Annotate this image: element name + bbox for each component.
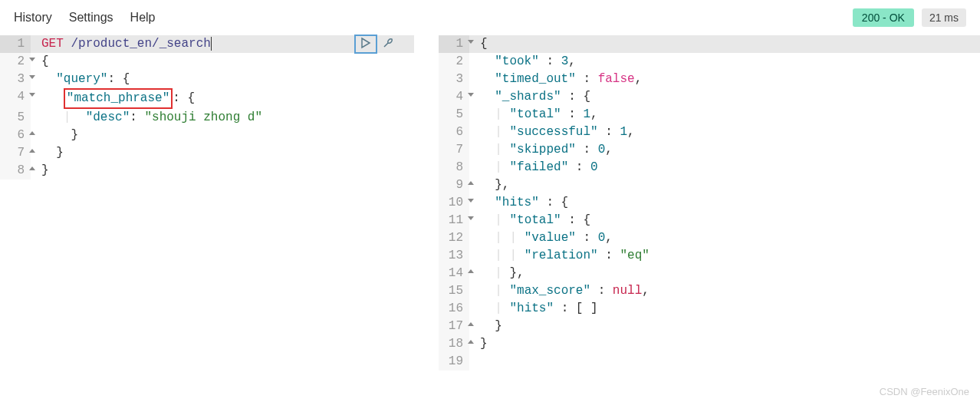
menu-help[interactable]: Help	[130, 11, 156, 25]
http-method: GET	[41, 37, 64, 51]
json-key: "match_phrase"	[67, 91, 169, 105]
json-key: "total"	[509, 213, 561, 227]
fold-icon[interactable]	[468, 93, 474, 97]
punct: : {	[173, 91, 195, 105]
status-area: 200 - OK 21 ms	[853, 8, 966, 27]
json-null: null	[613, 284, 642, 298]
time-badge: 21 ms	[922, 8, 966, 27]
json-key: "max_score"	[509, 284, 590, 298]
brace: }	[41, 163, 49, 177]
json-key: "value"	[525, 231, 576, 245]
response-line-10[interactable]: 10 "hits" : {	[439, 194, 980, 212]
json-key: "total"	[509, 107, 561, 121]
request-toolbar	[354, 35, 394, 53]
brace: }	[41, 146, 64, 160]
brace: {	[41, 54, 49, 68]
json-key: "skipped"	[509, 143, 575, 157]
request-line-1[interactable]: 1 GET /product_en/_search	[0, 35, 414, 53]
json-number: 1	[620, 125, 627, 139]
request-line-2[interactable]: 2 {	[0, 53, 414, 71]
request-editor-pane: 1 GET /product_en/_search 2 { 3 "query":…	[0, 35, 414, 402]
request-editor[interactable]: 1 GET /product_en/_search 2 { 3 "query":…	[0, 35, 414, 180]
fold-icon[interactable]	[29, 58, 35, 61]
json-number: 1	[583, 107, 590, 121]
json-key: "took"	[495, 54, 539, 68]
brace: }	[41, 128, 78, 142]
json-number: 0	[598, 143, 606, 157]
json-key: "hits"	[495, 196, 539, 209]
json-key: "failed"	[509, 160, 568, 174]
fold-icon[interactable]	[468, 40, 474, 44]
json-key: "query"	[56, 72, 107, 86]
response-editor[interactable]: 1{ 2 "took" : 3, 3 "timed_out" : false, …	[439, 35, 980, 371]
response-line-15[interactable]: 15 | "max_score" : null,	[439, 282, 980, 300]
svg-marker-0	[362, 38, 370, 48]
fold-icon[interactable]	[29, 149, 35, 153]
json-key: "timed_out"	[495, 72, 576, 86]
fold-icon[interactable]	[468, 322, 474, 326]
response-line-4[interactable]: 4 "_shards" : {	[439, 88, 980, 106]
json-key: "desc"	[86, 110, 130, 124]
json-array: [ ]	[576, 302, 598, 315]
json-string: "eq"	[620, 249, 649, 262]
punct: :	[130, 110, 144, 124]
response-line-6[interactable]: 6 | "successful" : 1,	[439, 124, 980, 141]
request-line-5[interactable]: 5 | "desc": "shouji zhong d"	[0, 109, 414, 127]
json-string: "shouji zhong d"	[144, 110, 262, 124]
request-line-7[interactable]: 7 }	[0, 144, 414, 162]
wrench-icon[interactable]	[382, 37, 394, 51]
json-number: 0	[590, 160, 598, 174]
highlighted-term: "match_phrase"	[64, 88, 173, 109]
response-line-18[interactable]: 18}	[439, 335, 980, 353]
response-line-1[interactable]: 1{	[439, 35, 980, 53]
fold-icon[interactable]	[29, 131, 35, 135]
watermark: CSDN @FeenixOne	[880, 386, 969, 397]
fold-icon[interactable]	[468, 269, 474, 273]
fold-icon[interactable]	[468, 216, 474, 220]
response-line-11[interactable]: 11 | "total" : {	[439, 212, 980, 229]
response-line-3[interactable]: 3 "timed_out" : false,	[439, 71, 980, 88]
response-line-7[interactable]: 7 | "skipped" : 0,	[439, 141, 980, 159]
request-line-6[interactable]: 6 }	[0, 127, 414, 144]
response-line-17[interactable]: 17 }	[439, 318, 980, 335]
request-line-8[interactable]: 8 }	[0, 162, 414, 180]
fold-icon[interactable]	[29, 93, 35, 97]
json-key: "relation"	[525, 249, 598, 262]
fold-icon[interactable]	[468, 340, 474, 344]
run-button[interactable]	[354, 35, 377, 54]
punct: : {	[107, 72, 130, 86]
response-line-5[interactable]: 5 | "total" : 1,	[439, 106, 980, 124]
response-line-12[interactable]: 12 | | "value" : 0,	[439, 229, 980, 247]
request-line-4[interactable]: 4 "match_phrase": {	[0, 88, 414, 109]
response-line-13[interactable]: 13 | | "relation" : "eq"	[439, 247, 980, 265]
brace: {	[480, 37, 488, 51]
request-line-3[interactable]: 3 "query": {	[0, 71, 414, 88]
response-line-2[interactable]: 2 "took" : 3,	[439, 53, 980, 71]
response-line-14[interactable]: 14 | },	[439, 265, 980, 282]
json-number: 0	[598, 231, 606, 245]
json-key: "hits"	[509, 302, 554, 315]
json-bool: false	[598, 72, 635, 86]
fold-icon[interactable]	[468, 199, 474, 203]
editors-container: 1 GET /product_en/_search 2 { 3 "query":…	[0, 35, 980, 402]
response-line-16[interactable]: 16 | "hits" : [ ]	[439, 300, 980, 318]
fold-icon[interactable]	[29, 75, 35, 79]
menu-settings[interactable]: Settings	[69, 11, 113, 25]
play-icon	[360, 37, 372, 51]
response-line-19[interactable]: 19	[439, 353, 980, 371]
response-line-9[interactable]: 9 },	[439, 176, 980, 194]
menu-history[interactable]: History	[14, 11, 52, 25]
status-badge: 200 - OK	[853, 8, 914, 27]
http-path: /product_en/_search	[71, 37, 210, 51]
response-editor-pane: 1{ 2 "took" : 3, 3 "timed_out" : false, …	[439, 35, 980, 402]
fold-icon[interactable]	[29, 166, 35, 170]
json-number: 3	[561, 54, 569, 68]
json-key: "_shards"	[495, 90, 561, 104]
header-bar: History Settings Help 200 - OK 21 ms	[0, 0, 980, 35]
text-cursor	[211, 37, 212, 51]
json-key: "successful"	[509, 125, 597, 139]
response-line-8[interactable]: 8 | "failed" : 0	[439, 159, 980, 176]
menu: History Settings Help	[14, 11, 156, 25]
fold-icon[interactable]	[468, 181, 474, 185]
